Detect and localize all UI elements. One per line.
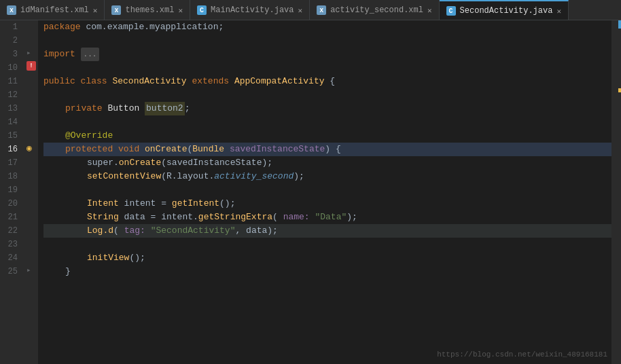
code-line-19 — [43, 183, 611, 197]
line-num-24: 24 — [0, 251, 20, 265]
type-intent: Intent — [87, 197, 124, 211]
classname-compat: AppCompatActivity — [234, 75, 330, 88]
code-line-25: } — [43, 265, 611, 278]
log-tag-param: tag: — [124, 224, 151, 238]
tab-label-manifest: idManifest.xml — [20, 5, 89, 15]
line-num-21: 21 — [0, 211, 20, 224]
editor-area: 1 2 3 10 11 12 13 14 15 16 17 18 19 20 2… — [0, 20, 621, 364]
package-name: com.example.myapplication; — [86, 20, 224, 34]
line-num-15: 15 — [0, 129, 20, 143]
line-num-10: 10 — [0, 61, 20, 75]
line-num-16: 16 — [0, 143, 20, 156]
tab-themes[interactable]: x themes.xml ✕ — [105, 0, 190, 20]
code-line-10 — [43, 61, 611, 75]
log-data: data); — [246, 224, 278, 238]
close-icon-themes[interactable]: ✕ — [178, 6, 183, 15]
log-paren-open: ( — [113, 224, 124, 238]
method-oncreate: onCreate — [145, 143, 187, 156]
close-icon-secondactivity[interactable]: ✕ — [556, 7, 561, 16]
bookmark-line16: ◉ — [26, 143, 32, 153]
bookmark-icon: ◉ — [26, 143, 32, 153]
code-line-21: String data = intent.getStringExtra( nam… — [43, 211, 611, 224]
method-log-d: d — [108, 224, 113, 238]
string-secondactivity: "SecondActivity" — [151, 224, 236, 238]
tab-label-themes: themes.xml — [125, 5, 174, 15]
super-call: super. — [87, 156, 119, 170]
classname-second: SecondActivity — [112, 75, 192, 88]
kw-class: class — [81, 75, 113, 88]
java-icon-second: C — [446, 6, 456, 16]
method-getstringextra: getStringExtra — [198, 211, 272, 224]
paren-close-16: ) { — [325, 143, 340, 156]
close-icon-manifest[interactable]: ✕ — [93, 6, 98, 15]
paren-open-21: ( — [272, 211, 283, 224]
tab-mainactivity[interactable]: C MainActivity.java ✕ — [190, 0, 310, 20]
code-line-18: setContentView(R.layout.activity_second)… — [43, 170, 611, 183]
tab-idmanifest[interactable]: x idManifest.xml ✕ — [0, 0, 105, 20]
var-data: data = intent. — [124, 211, 198, 224]
code-line-22: Log.d( tag: "SecondActivity", data); — [43, 224, 611, 238]
code-content[interactable]: package com.example.myapplication; impor… — [38, 20, 611, 364]
code-line-24: initView(); — [43, 251, 611, 265]
log-comma: , — [235, 224, 246, 238]
code-line-2 — [43, 34, 611, 48]
java-icon-main: C — [197, 5, 207, 15]
annotation-override: @Override — [65, 129, 113, 143]
close-icon-main[interactable]: ✕ — [298, 6, 303, 15]
code-line-20: Intent intent = getIntent(); — [43, 197, 611, 211]
collapse-line3[interactable]: ▸ — [26, 48, 31, 58]
line-num-20: 20 — [0, 197, 20, 211]
layout-name: activity_second — [214, 170, 294, 183]
kw-void: void — [118, 143, 145, 156]
collapse-arrow-icon[interactable]: ▸ — [26, 49, 31, 57]
code-line-13: private Button button2; — [43, 102, 611, 115]
code-line-23 — [43, 238, 611, 251]
code-line-17: super.onCreate(savedInstanceState); — [43, 156, 611, 170]
collapse-arrow-icon-25[interactable]: ▸ — [26, 266, 31, 274]
code-line-1: package com.example.myapplication; — [43, 20, 611, 34]
line-num-11: 11 — [0, 75, 20, 88]
scrollbar-marker-yellow — [618, 88, 621, 92]
semicolon-13: ; — [185, 102, 190, 115]
kw-private: private — [65, 102, 107, 115]
tab-label-mainactivity: MainActivity.java — [211, 5, 294, 15]
method-super-oncreate: onCreate — [119, 156, 161, 170]
scrollbar-thumb — [618, 20, 621, 29]
editor-root: x idManifest.xml ✕ x themes.xml ✕ C Main… — [0, 0, 621, 364]
method-getintent: getIntent — [172, 197, 219, 211]
line-num-23: 23 — [0, 238, 20, 251]
code-line-14 — [43, 115, 611, 129]
close-icon-activitysecond[interactable]: ✕ — [427, 6, 432, 15]
tab-activitysecond[interactable]: x activity_second.xml ✕ — [310, 0, 439, 20]
error-indicator-line11: ! — [26, 61, 36, 71]
brace-open: { — [330, 75, 335, 88]
code-line-15: @Override — [43, 129, 611, 143]
string-data: "Data" — [315, 211, 347, 224]
line-num-12: 12 — [0, 88, 20, 102]
type-button: Button — [107, 102, 145, 115]
import-collapsed: ... — [81, 48, 100, 61]
paren-open-16: ( — [187, 143, 192, 156]
tab-bar: x idManifest.xml ✕ x themes.xml ✕ C Main… — [0, 0, 621, 20]
line-num-19: 19 — [0, 183, 20, 197]
paren-close-21: ); — [347, 211, 357, 224]
kw-public: public — [43, 75, 81, 88]
kw-extends: extends — [192, 75, 234, 88]
method-setcontentview: setContentView — [87, 170, 161, 183]
tab-secondactivity[interactable]: C SecondActivity.java ✕ — [440, 0, 569, 20]
initview-call: (); — [129, 251, 145, 265]
type-bundle: Bundle — [192, 143, 230, 156]
setcontentview-args-open: (R.layout. — [161, 170, 214, 183]
watermark: https://blog.csdn.net/weixin_489168181 — [437, 350, 607, 359]
right-scrollbar[interactable] — [611, 20, 621, 364]
xml-icon: x — [7, 5, 16, 15]
log-d-call: Log. — [87, 224, 108, 238]
kw-package: package — [43, 20, 86, 34]
line-num-17: 17 — [0, 156, 20, 170]
var-intent: intent = — [124, 197, 172, 211]
line-num-22: 22 — [0, 224, 20, 238]
line-num-13: 13 — [0, 102, 20, 115]
collapse-line25[interactable]: ▸ — [26, 265, 31, 275]
method-initview: initView — [87, 251, 129, 265]
kw-protected: protected — [65, 143, 118, 156]
